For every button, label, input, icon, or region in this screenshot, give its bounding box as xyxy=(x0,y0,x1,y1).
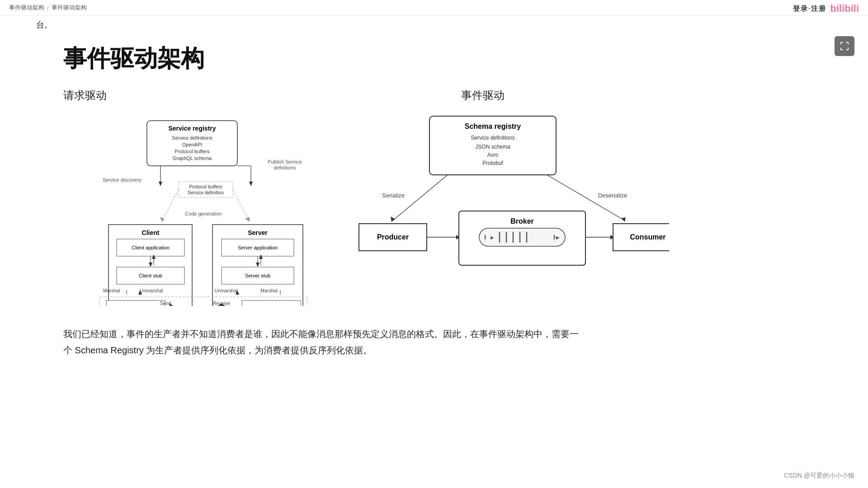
svg-text:Producer: Producer xyxy=(377,233,409,241)
svg-text:Protobuf: Protobuf xyxy=(482,160,503,166)
right-diagram: Schema registry Service definitions JSON… xyxy=(353,112,669,308)
svg-text:OpenAPI: OpenAPI xyxy=(182,142,203,147)
svg-line-18 xyxy=(163,189,179,220)
page-title: 事件驱动架构 xyxy=(63,43,841,75)
svg-text:▶: ▶ xyxy=(491,235,494,240)
bilibili-logo: bilibili xyxy=(830,3,859,14)
svg-text:Service discovery: Service discovery xyxy=(103,177,142,183)
svg-text:Service registry: Service registry xyxy=(168,125,216,132)
svg-marker-19 xyxy=(160,217,165,222)
svg-text:Service definition: Service definition xyxy=(188,190,224,195)
svg-text:Client stub: Client stub xyxy=(139,273,162,278)
svg-line-20 xyxy=(233,189,249,220)
svg-marker-74 xyxy=(621,217,626,222)
svg-text:RPC runtime: RPC runtime xyxy=(122,305,150,306)
svg-text:▶: ▶ xyxy=(556,235,560,240)
left-diagram: Service registry Service definitions Ope… xyxy=(63,112,326,308)
svg-text:definitions: definitions xyxy=(274,165,296,170)
svg-text:Service definitions: Service definitions xyxy=(471,135,514,141)
svg-text:Consumer: Consumer xyxy=(630,233,665,241)
svg-text:Protocol buffers: Protocol buffers xyxy=(175,149,210,154)
svg-text:Client application: Client application xyxy=(132,245,170,250)
logo-area: 登录·注册 bilibili xyxy=(793,3,859,14)
top-bar: 事件驱动架构 / 事件驱动架构 登录·注册 bilibili xyxy=(0,0,868,16)
section-labels: 请求驱动 事件驱动 xyxy=(63,88,841,103)
svg-text:Marshal: Marshal xyxy=(260,288,277,293)
section-label-event: 事件驱动 xyxy=(461,88,505,103)
bottom-text-line-1: 我们已经知道，事件的生产者并不知道消费者是谁，因此不能像消息那样预先定义消息的格… xyxy=(63,326,787,342)
main-content: 事件驱动架构 请求驱动 事件驱动 Service registry Servic… xyxy=(0,43,868,358)
svg-text:Code generation: Code generation xyxy=(185,211,222,216)
breadcrumb-item-1[interactable]: 事件驱动架构 xyxy=(9,4,44,12)
svg-text:Serialize: Serialize xyxy=(382,192,405,199)
svg-text:RPC runtime: RPC runtime xyxy=(257,305,286,306)
svg-text:Unmarshal: Unmarshal xyxy=(140,288,163,293)
breadcrumb-item-2[interactable]: 事件驱动架构 xyxy=(52,4,87,12)
svg-marker-11 xyxy=(249,182,253,186)
svg-text:Publish Service: Publish Service xyxy=(268,159,302,164)
svg-text:Client: Client xyxy=(142,229,160,236)
section-label-request: 请求驱动 xyxy=(63,88,326,103)
svg-text:Deserialize: Deserialize xyxy=(598,192,627,199)
svg-text:Marshal: Marshal xyxy=(103,288,120,293)
svg-text:Unmarshal: Unmarshal xyxy=(215,288,238,293)
logo-text: 登录·注册 xyxy=(793,5,826,13)
svg-marker-71 xyxy=(391,216,395,222)
svg-text:Broker: Broker xyxy=(510,217,534,225)
diagrams-container: Service registry Service definitions Ope… xyxy=(63,112,841,308)
svg-text:Service definitions: Service definitions xyxy=(172,135,212,141)
svg-text:Protocol buffers: Protocol buffers xyxy=(189,184,222,189)
csdn-credit: CSDN @可爱的小小小狼 xyxy=(784,472,854,480)
svg-marker-21 xyxy=(245,217,250,222)
bottom-text: 我们已经知道，事件的生产者并不知道消费者是谁，因此不能像消息那样预先定义消息的格… xyxy=(63,326,787,358)
breadcrumb: 事件驱动架构 / 事件驱动架构 xyxy=(9,4,87,12)
bottom-text-line-2: 个 Schema Registry 为生产者提供序列化依据，为消费者提供反序列化… xyxy=(63,342,787,358)
svg-text:Server application: Server application xyxy=(238,245,278,250)
svg-text:Server stub: Server stub xyxy=(245,273,270,278)
svg-text:Server: Server xyxy=(248,229,268,236)
svg-text:Send: Send xyxy=(160,300,171,306)
fullscreen-button[interactable] xyxy=(835,36,854,56)
svg-text:JSON schema: JSON schema xyxy=(475,144,510,150)
breadcrumb-separator: / xyxy=(47,5,49,11)
svg-marker-7 xyxy=(159,182,162,186)
intro-text: 台。 xyxy=(36,16,868,34)
left-diagram-svg: Service registry Service definitions Ope… xyxy=(63,112,326,306)
svg-text:Schema registry: Schema registry xyxy=(465,122,521,130)
svg-text:GraphQL schema: GraphQL schema xyxy=(173,155,212,161)
right-diagram-svg: Schema registry Service definitions JSON… xyxy=(353,112,669,306)
svg-text:Avro: Avro xyxy=(487,152,499,158)
